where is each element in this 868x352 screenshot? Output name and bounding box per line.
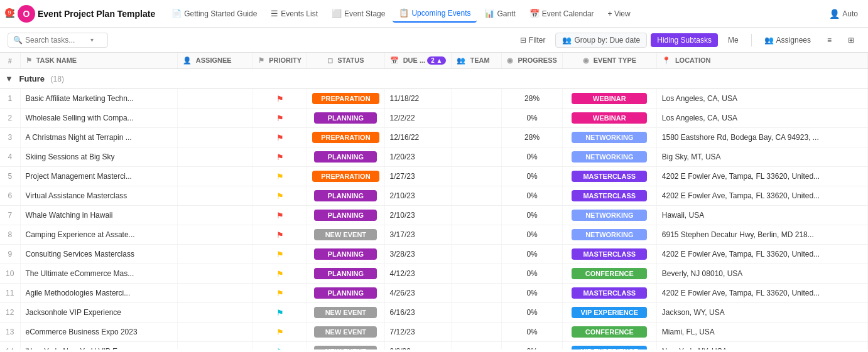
group-by-button[interactable]: 👥 Group by: Due date	[555, 33, 647, 48]
hamburger-menu[interactable]: ☰ 9	[5, 7, 15, 21]
row-num: 5	[0, 167, 20, 186]
tab-events-list-label: Events List	[281, 9, 318, 18]
row-status: PLANNING	[307, 284, 384, 303]
row-task-name[interactable]: Consulting Services Masterclass	[20, 245, 178, 264]
table-row[interactable]: 3 A Christmas Night at Terrapin ... ⚑ PR…	[0, 128, 868, 147]
table-row[interactable]: 12 Jacksonhole VIP Experience ⚑ NEW EVEN…	[0, 303, 868, 323]
row-task-name[interactable]: Agile Methodologies Masterci...	[20, 284, 178, 303]
row-task-name[interactable]: Whale Watching in Hawaii	[20, 206, 178, 225]
row-event-type: MASTERCLASS	[562, 186, 656, 206]
row-status: NEW EVENT	[307, 303, 384, 323]
row-task-name[interactable]: Basic Affiliate Marketing Techn...	[20, 89, 178, 109]
search-box[interactable]: 🔍 ▾	[8, 33, 108, 48]
table-row[interactable]: 4 Skiing Sessions at Big Sky ⚑ PLANNING …	[0, 147, 868, 167]
row-team	[452, 342, 502, 350]
status-badge: PLANNING	[314, 210, 377, 221]
table-row[interactable]: 2 Wholesale Selling with Compa... ⚑ PLAN…	[0, 109, 868, 128]
col-header-priority[interactable]: ⚑ PRIORITY	[253, 53, 307, 69]
row-progress: 0%	[502, 186, 562, 206]
row-priority: ⚑	[253, 206, 307, 225]
search-dropdown-icon[interactable]: ▾	[90, 36, 94, 43]
col-header-task[interactable]: ⚑ TASK NAME	[20, 53, 178, 69]
auto-button[interactable]: 👤 Auto	[824, 6, 863, 21]
group-collapse-arrow[interactable]: ▼	[5, 74, 13, 83]
row-num: 10	[0, 264, 20, 284]
row-event-type: NETWORKING	[562, 206, 656, 225]
col-header-due[interactable]: 📅 DUE ... 2 ▲	[384, 53, 452, 69]
table-row[interactable]: 13 eCommerce Business Expo 2023 ⚑ NEW EV…	[0, 323, 868, 342]
table-row[interactable]: 8 Camping Experience at Assate... ⚑ NEW …	[0, 225, 868, 245]
grid-layout-icon: ⊞	[848, 36, 854, 45]
row-task-name[interactable]: Jacksonhole VIP Experience	[20, 303, 178, 323]
filter-button[interactable]: ⊟ Filter	[514, 33, 552, 47]
row-task-name[interactable]: eCommerce Business Expo 2023	[20, 323, 178, 342]
add-view-button[interactable]: + View	[602, 6, 637, 22]
tab-getting-started[interactable]: 📄 Getting Started Guide	[165, 5, 263, 22]
row-task-name[interactable]: Wholesale Selling with Compa...	[20, 109, 178, 128]
table-row[interactable]: 6 Virtual Assistance Masterclass ⚑ PLANN…	[0, 186, 868, 206]
events-list-icon: ☰	[271, 9, 278, 18]
col-header-location[interactable]: 📍 LOCATION	[656, 53, 867, 69]
tab-gantt-label: Gantt	[497, 9, 515, 18]
tab-upcoming-events-label: Upcoming Events	[411, 9, 470, 18]
row-priority: ⚑	[253, 323, 307, 342]
col-header-assignee[interactable]: 👤 ASSIGNEE	[178, 53, 253, 69]
tab-event-stage[interactable]: ⬜ Event Stage	[325, 5, 391, 22]
row-num: 1	[0, 89, 20, 109]
tab-gantt[interactable]: 📊 Gantt	[478, 5, 521, 22]
col-header-eventtype[interactable]: ◉ EVENT TYPE	[562, 53, 656, 69]
hiding-subtasks-button[interactable]: Hiding Subtasks	[651, 33, 718, 47]
table-row[interactable]: 1 Basic Affiliate Marketing Techn... ⚑ P…	[0, 89, 868, 109]
row-priority: ⚑	[253, 147, 307, 167]
row-progress: 0%	[502, 206, 562, 225]
row-assignee	[178, 225, 253, 245]
assignees-button[interactable]: 👥 Assignees	[758, 33, 817, 47]
row-task-name[interactable]: Skiing Sessions at Big Sky	[20, 147, 178, 167]
row-task-name[interactable]: A Christmas Night at Terrapin ...	[20, 128, 178, 147]
row-team	[452, 186, 502, 206]
tab-events-list[interactable]: ☰ Events List	[264, 5, 324, 22]
task-name-col-icon: ⚑	[26, 56, 32, 64]
table-row[interactable]: 9 Consulting Services Masterclass ⚑ PLAN…	[0, 245, 868, 264]
row-progress: 0%	[502, 245, 562, 264]
row-location: 6915 Stephen Decatur Hwy, Berlin, MD 218…	[656, 225, 867, 245]
assignees-icon: 👥	[764, 36, 774, 45]
row-num: 7	[0, 206, 20, 225]
row-team	[452, 225, 502, 245]
row-team	[452, 303, 502, 323]
me-button[interactable]: Me	[722, 33, 745, 47]
priority-col-icon: ⚑	[258, 56, 264, 64]
row-due-date: 4/26/23	[384, 284, 452, 303]
col-header-team[interactable]: 👥 TEAM	[452, 53, 502, 69]
row-assignee	[178, 167, 253, 186]
row-task-name[interactable]: 'New York, New York' VIP Expe...	[20, 342, 178, 350]
row-task-name[interactable]: The Ultimate eCommerce Mas...	[20, 264, 178, 284]
hiding-subtasks-label: Hiding Subtasks	[657, 36, 712, 45]
row-event-type: CONFERENCE	[562, 264, 656, 284]
event-type-badge: CONFERENCE	[572, 326, 647, 338]
table-row[interactable]: 10 The Ultimate eCommerce Mas... ⚑ PLANN…	[0, 264, 868, 284]
group-by-icon: 👥	[562, 36, 572, 45]
table-row[interactable]: 14 'New York, New York' VIP Expe... ⚑ NE…	[0, 342, 868, 350]
table-row[interactable]: 7 Whale Watching in Hawaii ⚑ PLANNING 2/…	[0, 206, 868, 225]
row-assignee	[178, 342, 253, 350]
priority-flag-icon: ⚑	[276, 211, 284, 220]
list-layout-button[interactable]: ≡	[821, 33, 838, 47]
status-badge: PLANNING	[314, 190, 377, 201]
row-task-name[interactable]: Virtual Assistance Masterclass	[20, 186, 178, 206]
row-team	[452, 284, 502, 303]
row-task-name[interactable]: Camping Experience at Assate...	[20, 225, 178, 245]
tab-upcoming-events[interactable]: 📋 Upcoming Events	[393, 4, 477, 23]
row-location: 4202 E Fowler Ave, Tampa, FL 33620, Unit…	[656, 284, 867, 303]
search-input[interactable]	[25, 36, 88, 45]
col-header-status[interactable]: ◻ STATUS	[307, 53, 384, 69]
grid-layout-button[interactable]: ⊞	[842, 33, 860, 47]
row-due-date: 4/12/23	[384, 264, 452, 284]
table-row[interactable]: 11 Agile Methodologies Masterci... ⚑ PLA…	[0, 284, 868, 303]
tab-event-calendar[interactable]: 📅 Event Calendar	[523, 5, 600, 22]
row-location: Beverly, NJ 08010, USA	[656, 264, 867, 284]
event-type-badge: MASTERCLASS	[572, 248, 647, 260]
col-header-progress[interactable]: ◉ PROGRESS	[502, 53, 562, 69]
row-task-name[interactable]: Project Management Masterci...	[20, 167, 178, 186]
table-row[interactable]: 5 Project Management Masterci... ⚑ PREPA…	[0, 167, 868, 186]
